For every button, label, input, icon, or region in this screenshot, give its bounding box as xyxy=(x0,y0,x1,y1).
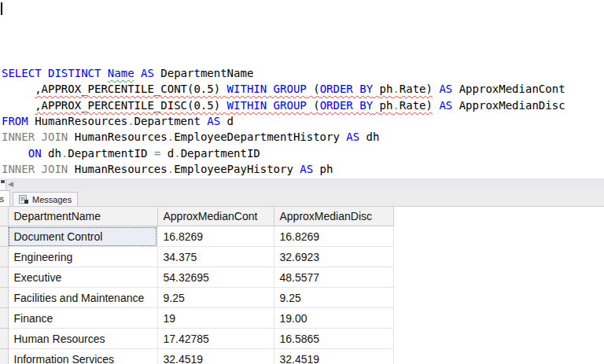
grid-cell[interactable]: 32.6923 xyxy=(274,247,393,267)
grid-corner-cell[interactable] xyxy=(0,207,8,226)
code-line: INNER JOIN HumanResources.EmployeePayHis… xyxy=(2,161,604,177)
code-line: ,APPROX_PERCENTILE_CONT(0.5) WITHIN GROU… xyxy=(2,81,604,97)
table-row: Executive54.3269548.5577 xyxy=(0,267,393,288)
tab-results[interactable]: Results xyxy=(0,190,10,206)
grid-cell[interactable]: 54.32695 xyxy=(157,267,274,288)
grid-cell[interactable]: Finance xyxy=(8,308,157,329)
grid-cell[interactable]: 16.8269 xyxy=(274,226,393,247)
grid-cell[interactable]: 48.5577 xyxy=(274,267,393,288)
grid-cell[interactable]: Executive xyxy=(8,267,157,288)
messages-icon xyxy=(19,195,29,204)
row-header-cell[interactable] xyxy=(0,349,8,364)
text-caret xyxy=(1,2,2,15)
grid-cell[interactable]: 19.00 xyxy=(274,308,393,329)
grid-cell[interactable]: 9.25 xyxy=(157,288,274,308)
table-row: Facilities and Maintenance9.259.25 xyxy=(0,288,393,308)
tab-messages[interactable]: Messages xyxy=(13,192,78,206)
code-editor[interactable]: SELECT DISTINCT Name AS DepartmentName ,… xyxy=(0,0,604,180)
row-header-cell[interactable] xyxy=(0,226,8,247)
code-line: ,APPROX_PERCENTILE_DISC(0.5) WITHIN GROU… xyxy=(2,97,604,113)
column-header[interactable]: ApproxMedianDisc xyxy=(274,207,393,226)
tab-results-label: Results xyxy=(0,194,4,204)
scroll-left-arrow-icon[interactable]: ◀ xyxy=(8,179,13,189)
grid-cell[interactable]: 19 xyxy=(157,308,274,329)
table-row: Engineering34.37532.6923 xyxy=(0,247,393,267)
row-header-cell[interactable] xyxy=(0,267,8,288)
splitter-handle[interactable] xyxy=(0,179,6,189)
results-table: DepartmentNameApproxMedianContApproxMedi… xyxy=(0,207,394,364)
code-line: ON dh.DepartmentID = d.DepartmentID xyxy=(2,145,604,161)
table-row: Information Services32.451932.4519 xyxy=(0,349,393,364)
grid-cell[interactable]: 9.25 xyxy=(274,288,393,308)
grid-cell[interactable]: 32.4519 xyxy=(157,349,274,364)
row-header-cell[interactable] xyxy=(0,247,8,267)
tab-messages-label: Messages xyxy=(32,195,72,204)
grid-cell[interactable]: Facilities and Maintenance xyxy=(8,288,157,308)
row-header-cell[interactable] xyxy=(0,329,8,349)
grid-cell[interactable]: 16.8269 xyxy=(157,226,274,247)
table-row: Human Resources17.4278516.5865 xyxy=(0,329,393,349)
code-line: INNER JOIN HumanResources.EmployeeDepart… xyxy=(2,129,604,145)
ssms-query-window: SELECT DISTINCT Name AS DepartmentName ,… xyxy=(0,0,604,364)
grid-cell[interactable]: 17.42785 xyxy=(157,329,274,349)
grid-cell[interactable]: Document Control xyxy=(8,226,157,247)
column-header[interactable]: DepartmentName xyxy=(8,207,157,226)
table-row: Finance1919.00 xyxy=(0,308,393,329)
grid-cell[interactable]: 32.4519 xyxy=(274,349,393,364)
column-header[interactable]: ApproxMedianCont xyxy=(157,207,274,226)
grid-cell[interactable]: Information Services xyxy=(8,349,157,364)
row-header-cell[interactable] xyxy=(0,308,8,329)
editor-horizontal-scrollbar[interactable]: ◀ xyxy=(0,178,604,189)
grid-cell[interactable]: Human Resources xyxy=(8,329,157,349)
grid-cell[interactable]: Engineering xyxy=(8,247,157,267)
table-row: Document Control16.826916.8269 xyxy=(0,226,393,247)
results-grid: DepartmentNameApproxMedianContApproxMedi… xyxy=(0,206,604,364)
grid-cell[interactable]: 16.5865 xyxy=(274,329,393,349)
row-header-cell[interactable] xyxy=(0,288,8,308)
code-line: FROM HumanResources.Department AS d xyxy=(2,113,604,129)
code-line: SELECT DISTINCT Name AS DepartmentName xyxy=(2,65,604,81)
grid-cell[interactable]: 34.375 xyxy=(157,247,274,267)
results-tabstrip: Results Messages xyxy=(0,189,604,206)
grid-header-row: DepartmentNameApproxMedianContApproxMedi… xyxy=(0,207,393,226)
